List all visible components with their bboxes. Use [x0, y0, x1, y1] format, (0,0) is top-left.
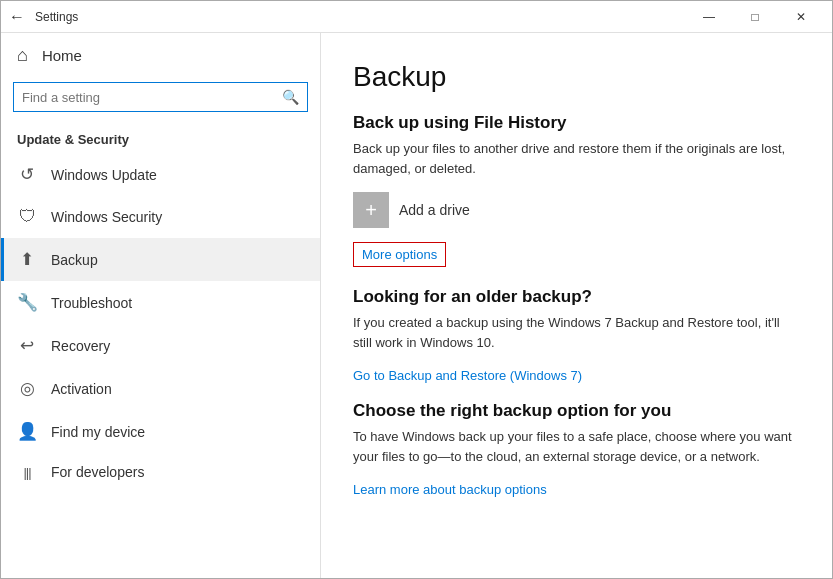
recovery-icon: ↩	[17, 335, 37, 356]
learn-more-link[interactable]: Learn more about backup options	[353, 482, 547, 497]
sidebar-item-label: Activation	[51, 381, 112, 397]
for-developers-icon: |||	[17, 465, 37, 480]
sidebar-item-label: Troubleshoot	[51, 295, 132, 311]
maximize-button[interactable]: □	[732, 1, 778, 33]
find-my-device-icon: 👤	[17, 421, 37, 442]
backup-icon: ⬆	[17, 249, 37, 270]
sidebar-item-label: Find my device	[51, 424, 145, 440]
sidebar-search-box[interactable]: 🔍	[13, 82, 308, 112]
choose-backup-heading: Choose the right backup option for you	[353, 401, 800, 421]
titlebar: ← Settings — □ ✕	[1, 1, 832, 33]
settings-window: ← Settings — □ ✕ ⌂ Home 🔍 Update & Secur…	[0, 0, 833, 579]
sidebar-item-home[interactable]: ⌂ Home	[1, 33, 320, 78]
sidebar-item-label: Recovery	[51, 338, 110, 354]
sidebar-item-label: Backup	[51, 252, 98, 268]
sidebar-item-backup[interactable]: ⬆ Backup	[1, 238, 320, 281]
sidebar-item-label: Windows Update	[51, 167, 157, 183]
back-button[interactable]: ←	[9, 9, 25, 25]
file-history-heading: Back up using File History	[353, 113, 800, 133]
close-button[interactable]: ✕	[778, 1, 824, 33]
windows-update-icon: ↺	[17, 164, 37, 185]
sidebar-item-windows-update[interactable]: ↺ Windows Update	[1, 153, 320, 196]
older-backup-desc: If you created a backup using the Window…	[353, 313, 800, 352]
file-history-desc: Back up your files to another drive and …	[353, 139, 800, 178]
more-options-button[interactable]: More options	[353, 242, 446, 267]
main-content: ⌂ Home 🔍 Update & Security ↺ Windows Upd…	[1, 33, 832, 578]
page-title: Backup	[353, 61, 800, 93]
minimize-button[interactable]: —	[686, 1, 732, 33]
sidebar-item-troubleshoot[interactable]: 🔧 Troubleshoot	[1, 281, 320, 324]
add-drive-button[interactable]: + Add a drive	[353, 192, 800, 228]
sidebar-home-label: Home	[42, 47, 82, 64]
sidebar-item-find-my-device[interactable]: 👤 Find my device	[1, 410, 320, 453]
sidebar: ⌂ Home 🔍 Update & Security ↺ Windows Upd…	[1, 33, 321, 578]
windows-security-icon: 🛡	[17, 207, 37, 227]
activation-icon: ◎	[17, 378, 37, 399]
sidebar-item-label: Windows Security	[51, 209, 162, 225]
window-controls: — □ ✕	[686, 1, 824, 33]
sidebar-item-recovery[interactable]: ↩ Recovery	[1, 324, 320, 367]
older-backup-heading: Looking for an older backup?	[353, 287, 800, 307]
choose-backup-desc: To have Windows back up your files to a …	[353, 427, 800, 466]
add-drive-icon[interactable]: +	[353, 192, 389, 228]
troubleshoot-icon: 🔧	[17, 292, 37, 313]
search-icon: 🔍	[274, 83, 307, 111]
sidebar-item-activation[interactable]: ◎ Activation	[1, 367, 320, 410]
backup-restore-link[interactable]: Go to Backup and Restore (Windows 7)	[353, 368, 582, 383]
right-panel: Backup Back up using File History Back u…	[321, 33, 832, 578]
add-drive-label: Add a drive	[399, 202, 470, 218]
sidebar-item-label: For developers	[51, 464, 144, 480]
sidebar-item-for-developers[interactable]: ||| For developers	[1, 453, 320, 491]
window-title: Settings	[35, 10, 686, 24]
sidebar-section-title: Update & Security	[1, 124, 320, 153]
sidebar-item-windows-security[interactable]: 🛡 Windows Security	[1, 196, 320, 238]
search-input[interactable]	[14, 84, 274, 111]
home-icon: ⌂	[17, 45, 28, 66]
